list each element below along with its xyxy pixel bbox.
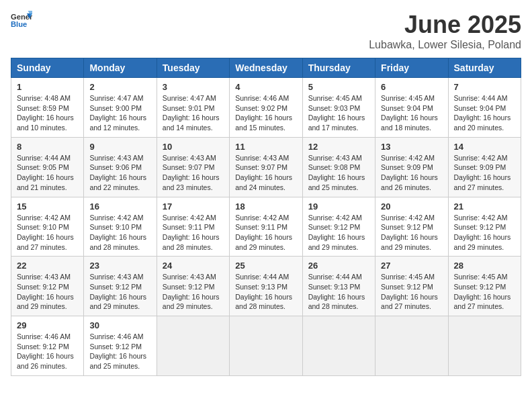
- table-row: 21 Sunrise: 4:42 AM Sunset: 9:12 PM Dayl…: [448, 197, 521, 257]
- day-info: Sunrise: 4:42 AM Sunset: 9:12 PM Dayligh…: [454, 214, 511, 251]
- table-row: 18 Sunrise: 4:42 AM Sunset: 9:11 PM Dayl…: [230, 197, 302, 257]
- day-info: Sunrise: 4:42 AM Sunset: 9:12 PM Dayligh…: [308, 214, 365, 251]
- table-row: 13 Sunrise: 4:42 AM Sunset: 9:09 PM Dayl…: [375, 137, 448, 197]
- table-row: 11 Sunrise: 4:43 AM Sunset: 9:07 PM Dayl…: [230, 137, 302, 197]
- table-row: [448, 316, 521, 376]
- day-info: Sunrise: 4:47 AM Sunset: 9:00 PM Dayligh…: [89, 94, 146, 132]
- day-info: Sunrise: 4:42 AM Sunset: 9:09 PM Dayligh…: [381, 154, 438, 191]
- day-number: 29: [17, 320, 78, 330]
- table-row: 14 Sunrise: 4:42 AM Sunset: 9:09 PM Dayl…: [448, 137, 521, 197]
- table-row: [230, 316, 302, 376]
- day-number: 28: [454, 261, 515, 271]
- calendar-week-row: 1 Sunrise: 4:48 AM Sunset: 8:59 PM Dayli…: [11, 78, 521, 138]
- day-info: Sunrise: 4:46 AM Sunset: 9:12 PM Dayligh…: [89, 332, 146, 370]
- table-row: 24 Sunrise: 4:43 AM Sunset: 9:12 PM Dayl…: [157, 257, 229, 316]
- day-number: 26: [308, 261, 369, 271]
- day-number: 2: [89, 82, 150, 92]
- table-row: 15 Sunrise: 4:42 AM Sunset: 9:10 PM Dayl…: [11, 197, 84, 257]
- table-row: 12 Sunrise: 4:43 AM Sunset: 9:08 PM Dayl…: [302, 137, 375, 197]
- title-area: June 2025 Lubawka, Lower Silesia, Poland: [369, 11, 521, 51]
- calendar-header-row: Sunday Monday Tuesday Wednesday Thursday…: [11, 58, 521, 78]
- table-row: 20 Sunrise: 4:42 AM Sunset: 9:12 PM Dayl…: [375, 197, 448, 257]
- day-info: Sunrise: 4:43 AM Sunset: 9:07 PM Dayligh…: [235, 154, 292, 191]
- logo-icon: General Blue: [11, 11, 32, 30]
- day-number: 10: [163, 142, 224, 152]
- day-number: 1: [17, 82, 78, 92]
- day-info: Sunrise: 4:42 AM Sunset: 9:10 PM Dayligh…: [17, 214, 74, 251]
- table-row: 25 Sunrise: 4:44 AM Sunset: 9:13 PM Dayl…: [230, 257, 302, 316]
- day-info: Sunrise: 4:42 AM Sunset: 9:09 PM Dayligh…: [454, 154, 511, 191]
- table-row: 30 Sunrise: 4:46 AM Sunset: 9:12 PM Dayl…: [84, 316, 157, 376]
- day-number: 30: [89, 320, 150, 330]
- day-number: 12: [308, 142, 369, 152]
- day-info: Sunrise: 4:45 AM Sunset: 9:12 PM Dayligh…: [454, 273, 511, 310]
- table-row: 26 Sunrise: 4:44 AM Sunset: 9:13 PM Dayl…: [302, 257, 375, 316]
- col-wednesday: Wednesday: [230, 58, 302, 78]
- day-number: 18: [235, 201, 296, 212]
- col-friday: Friday: [375, 58, 448, 78]
- table-row: 4 Sunrise: 4:46 AM Sunset: 9:02 PM Dayli…: [230, 78, 302, 138]
- day-info: Sunrise: 4:46 AM Sunset: 9:12 PM Dayligh…: [17, 332, 74, 370]
- col-monday: Monday: [84, 58, 157, 78]
- day-info: Sunrise: 4:45 AM Sunset: 9:04 PM Dayligh…: [381, 94, 438, 132]
- table-row: 6 Sunrise: 4:45 AM Sunset: 9:04 PM Dayli…: [375, 78, 448, 138]
- table-row: 10 Sunrise: 4:43 AM Sunset: 9:07 PM Dayl…: [157, 137, 229, 197]
- day-number: 5: [308, 82, 369, 92]
- day-info: Sunrise: 4:45 AM Sunset: 9:03 PM Dayligh…: [308, 94, 365, 132]
- day-number: 14: [454, 142, 515, 152]
- table-row: 7 Sunrise: 4:44 AM Sunset: 9:04 PM Dayli…: [448, 78, 521, 138]
- day-number: 27: [381, 261, 442, 271]
- day-number: 7: [454, 82, 515, 92]
- calendar-week-row: 29 Sunrise: 4:46 AM Sunset: 9:12 PM Dayl…: [11, 316, 521, 376]
- table-row: 19 Sunrise: 4:42 AM Sunset: 9:12 PM Dayl…: [302, 197, 375, 257]
- day-number: 4: [235, 82, 296, 92]
- day-number: 24: [163, 261, 224, 271]
- day-info: Sunrise: 4:44 AM Sunset: 9:04 PM Dayligh…: [454, 94, 511, 132]
- day-info: Sunrise: 4:42 AM Sunset: 9:11 PM Dayligh…: [235, 214, 292, 251]
- calendar-table: Sunday Monday Tuesday Wednesday Thursday…: [11, 58, 521, 376]
- month-title: June 2025: [369, 11, 521, 39]
- table-row: 27 Sunrise: 4:45 AM Sunset: 9:12 PM Dayl…: [375, 257, 448, 316]
- col-tuesday: Tuesday: [157, 58, 229, 78]
- day-info: Sunrise: 4:43 AM Sunset: 9:12 PM Dayligh…: [89, 273, 146, 310]
- col-saturday: Saturday: [448, 58, 521, 78]
- day-info: Sunrise: 4:44 AM Sunset: 9:13 PM Dayligh…: [308, 273, 365, 310]
- location-title: Lubawka, Lower Silesia, Poland: [369, 39, 521, 51]
- day-info: Sunrise: 4:44 AM Sunset: 9:05 PM Dayligh…: [17, 154, 74, 191]
- day-number: 9: [89, 142, 150, 152]
- table-row: [302, 316, 375, 376]
- calendar-week-row: 8 Sunrise: 4:44 AM Sunset: 9:05 PM Dayli…: [11, 137, 521, 197]
- day-info: Sunrise: 4:42 AM Sunset: 9:12 PM Dayligh…: [381, 214, 438, 251]
- table-row: 22 Sunrise: 4:43 AM Sunset: 9:12 PM Dayl…: [11, 257, 84, 316]
- day-number: 17: [163, 201, 224, 212]
- table-row: [375, 316, 448, 376]
- day-number: 20: [381, 201, 442, 212]
- table-row: [157, 316, 229, 376]
- day-number: 23: [89, 261, 150, 271]
- svg-text:Blue: Blue: [11, 20, 27, 28]
- day-info: Sunrise: 4:43 AM Sunset: 9:12 PM Dayligh…: [17, 273, 74, 310]
- day-number: 19: [308, 201, 369, 212]
- day-info: Sunrise: 4:44 AM Sunset: 9:13 PM Dayligh…: [235, 273, 292, 310]
- day-number: 16: [89, 201, 150, 212]
- table-row: 5 Sunrise: 4:45 AM Sunset: 9:03 PM Dayli…: [302, 78, 375, 138]
- calendar-week-row: 15 Sunrise: 4:42 AM Sunset: 9:10 PM Dayl…: [11, 197, 521, 257]
- calendar-week-row: 22 Sunrise: 4:43 AM Sunset: 9:12 PM Dayl…: [11, 257, 521, 316]
- day-number: 13: [381, 142, 442, 152]
- col-sunday: Sunday: [11, 58, 84, 78]
- day-info: Sunrise: 4:43 AM Sunset: 9:07 PM Dayligh…: [163, 154, 220, 191]
- table-row: 29 Sunrise: 4:46 AM Sunset: 9:12 PM Dayl…: [11, 316, 84, 376]
- day-number: 11: [235, 142, 296, 152]
- table-row: 23 Sunrise: 4:43 AM Sunset: 9:12 PM Dayl…: [84, 257, 157, 316]
- day-info: Sunrise: 4:42 AM Sunset: 9:10 PM Dayligh…: [89, 214, 146, 251]
- table-row: 28 Sunrise: 4:45 AM Sunset: 9:12 PM Dayl…: [448, 257, 521, 316]
- table-row: 9 Sunrise: 4:43 AM Sunset: 9:06 PM Dayli…: [84, 137, 157, 197]
- day-number: 6: [381, 82, 442, 92]
- day-number: 15: [17, 201, 78, 212]
- table-row: 17 Sunrise: 4:42 AM Sunset: 9:11 PM Dayl…: [157, 197, 229, 257]
- table-row: 2 Sunrise: 4:47 AM Sunset: 9:00 PM Dayli…: [84, 78, 157, 138]
- day-number: 22: [17, 261, 78, 271]
- day-info: Sunrise: 4:42 AM Sunset: 9:11 PM Dayligh…: [163, 214, 220, 251]
- table-row: 3 Sunrise: 4:47 AM Sunset: 9:01 PM Dayli…: [157, 78, 229, 138]
- day-number: 25: [235, 261, 296, 271]
